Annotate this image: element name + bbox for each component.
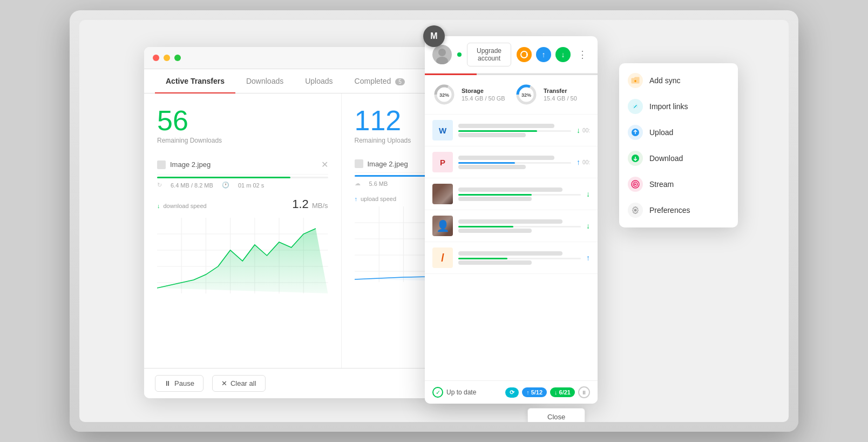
download-speed-label: ↓ download speed [157, 203, 207, 209]
file-line-meta-2 [458, 165, 526, 169]
traffic-light-yellow[interactable] [164, 55, 170, 61]
context-item-preferences[interactable]: Preferences [619, 197, 738, 223]
storage-donut: 32% [432, 83, 456, 106]
file-thumb-photo1 [432, 184, 453, 204]
file-line-name-3 [458, 187, 562, 192]
tab-downloads[interactable]: Downloads [235, 69, 294, 93]
mega-progress-bar [425, 73, 598, 75]
context-item-download[interactable]: Download [619, 145, 738, 171]
mega-file-action-5: ↑ [586, 253, 590, 262]
tab-active-transfers[interactable]: Active Transfers [155, 69, 235, 93]
context-menu: Add sync Import links [619, 63, 738, 227]
file-download-arrow-1: ↓ [577, 126, 580, 135]
mega-avatar [432, 45, 452, 64]
download-refresh-icon: ↻ [157, 182, 162, 189]
preferences-label: Preferences [649, 206, 690, 215]
download-arrow-icon: ↓ [561, 50, 565, 59]
header-icons: ↑ ↓ ⋮ [517, 47, 590, 62]
storage-section: 32% Storage 15.4 GB / 50 GB 32% [425, 75, 598, 115]
transfer-item: 32% Transfer 15.4 GB / 50 [514, 83, 590, 106]
download-icon-btn[interactable]: ↓ [555, 47, 571, 62]
download-speed-value: 1.2 MB/s [292, 197, 328, 211]
folder-plus-icon [628, 73, 643, 88]
tab-completed[interactable]: Completed 5 [344, 69, 416, 93]
file-line-name-5 [458, 251, 562, 256]
teal-icon: ⟳ [510, 389, 514, 396]
pause-button[interactable]: ⏸ Pause [155, 375, 204, 392]
more-options-btn[interactable]: ⋮ [575, 47, 590, 62]
file-line-name-4 [458, 219, 562, 224]
link-icon [628, 99, 643, 114]
check-circle-icon: ✓ [432, 387, 443, 398]
context-item-import-links[interactable]: Import links [619, 93, 738, 119]
transfer-badges: ⟳ ↑ 5/12 ↓ 6/21 ⏸ [505, 386, 590, 398]
download-speed-header: ↓ download speed 1.2 MB/s [157, 197, 328, 213]
upload-badge-icon: ↑ [526, 389, 530, 396]
upload-progress-fill [355, 175, 431, 177]
upload-file-icon [355, 159, 363, 168]
context-item-upload[interactable]: Upload [619, 119, 738, 145]
transfer-info: Transfer 15.4 GB / 50 [544, 88, 577, 102]
svg-text:32%: 32% [439, 92, 449, 98]
gear-icon [628, 203, 643, 218]
downloads-remaining-label: Remaining Downloads [157, 137, 328, 144]
file-thumb-word: W [432, 120, 453, 140]
svg-text:32%: 32% [521, 92, 531, 98]
file-time-2: 00: [582, 159, 590, 165]
context-item-stream[interactable]: Stream [619, 171, 738, 197]
mega-file-bar-fill-4 [458, 226, 513, 227]
mega-file-bar-fill-1 [458, 130, 537, 132]
file-line-meta-4 [458, 229, 532, 233]
upload-icon [628, 125, 643, 140]
file-download-arrow-3: ↓ [586, 190, 590, 198]
traffic-light-red[interactable] [153, 55, 159, 61]
download-speed-section: ↓ download speed 1.2 MB/s [157, 197, 328, 293]
file-time-1: 00: [582, 128, 590, 133]
mega-file-info-5 [458, 250, 581, 266]
pause-icon: ⏸ [164, 379, 171, 387]
mega-file-info-1 [458, 123, 571, 138]
svg-point-23 [438, 49, 446, 56]
mega-file-action-3: ↓ [586, 190, 590, 198]
close-button[interactable]: Close [527, 408, 585, 422]
upload-icon-btn[interactable]: ↑ [536, 47, 551, 62]
storage-size: 15.4 GB / 50 GB [462, 95, 505, 102]
mega-file-progress-4 [458, 226, 581, 227]
download-file-row: Image 2.jpeg ✕ [157, 155, 328, 175]
context-item-add-sync[interactable]: Add sync [619, 68, 738, 93]
mega-file-action-2: ↑ 00: [577, 158, 590, 166]
download-progress-fill [157, 177, 290, 178]
completed-badge: 5 [395, 78, 405, 85]
file-line-meta-1 [458, 133, 526, 137]
laptop-screen: M Active Transfers Downloads Uploads [79, 20, 789, 422]
mega-header: Upgrade account ↑ ↓ [425, 36, 598, 73]
storage-title: Storage [462, 88, 505, 94]
file-line-meta-3 [458, 197, 532, 201]
sync-icon-btn[interactable] [517, 47, 532, 62]
download-file-name: Image 2.jpeg [170, 160, 317, 169]
mega-file-item-1: W ↓ 00: [425, 115, 598, 146]
svg-rect-0 [159, 162, 164, 168]
mega-file-info-3 [458, 186, 581, 202]
file-thumb-xlsx: / [432, 247, 453, 268]
traffic-light-green[interactable] [174, 55, 181, 61]
online-indicator [457, 52, 462, 57]
tab-uploads[interactable]: Uploads [294, 69, 343, 93]
clear-all-button[interactable]: ✕ Clear all [212, 375, 266, 392]
svg-marker-40 [634, 183, 637, 185]
download-clock-icon: 🕐 [222, 182, 229, 189]
download-icon [628, 151, 643, 166]
download-badge-icon: ↓ [554, 389, 558, 396]
import-links-label: Import links [649, 102, 688, 111]
file-thumb-photo2 [432, 216, 453, 236]
upgrade-account-button[interactable]: Upgrade account [467, 43, 511, 66]
file-download-arrow-4: ↓ [586, 222, 590, 230]
mega-panel: Upgrade account ↑ ↓ [425, 36, 598, 404]
add-sync-label: Add sync [649, 76, 681, 85]
file-thumb-ppt: P [432, 152, 453, 172]
download-close-icon[interactable]: ✕ [321, 159, 328, 170]
download-file-size: 6.4 MB / 8.2 MB [171, 182, 213, 189]
svg-rect-11 [356, 161, 362, 166]
mega-file-progress-2 [458, 162, 571, 164]
pause-badge[interactable]: ⏸ [578, 386, 590, 398]
